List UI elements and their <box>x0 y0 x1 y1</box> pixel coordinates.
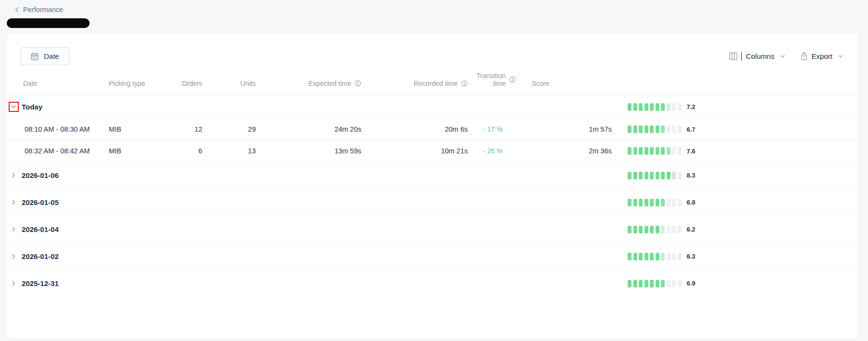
score-value: 6.2 <box>687 226 696 233</box>
chevron-down-icon <box>838 54 843 59</box>
score-bar-segment <box>633 253 637 260</box>
score-bar-segment <box>678 103 682 111</box>
orders-cell: 6 <box>162 147 202 155</box>
breadcrumb-label: Performance <box>23 6 63 14</box>
score-bar-segment <box>667 199 671 206</box>
score-bar-segment <box>644 103 648 111</box>
score-bar-segment <box>678 147 682 155</box>
score-bar-segment <box>661 103 665 111</box>
score-bar-segment <box>633 172 637 179</box>
date-filter-button[interactable]: Date <box>20 47 69 65</box>
score-bar-segment <box>639 280 643 287</box>
date-button-label: Date <box>44 52 59 60</box>
export-icon <box>800 52 808 61</box>
column-header-label: Orders <box>182 80 202 87</box>
recorded-time-cell: 20m 6s <box>361 125 468 133</box>
info-icon[interactable] <box>355 80 361 87</box>
score-bar-segment <box>661 253 665 260</box>
score-bar-segment <box>672 125 676 133</box>
info-icon[interactable] <box>461 80 468 87</box>
score-bar-segment <box>644 253 648 260</box>
score-bar-segment <box>678 253 682 260</box>
score-bar-segment <box>633 226 637 233</box>
score-bar-segment <box>667 125 671 133</box>
score-bar-segment <box>656 199 659 206</box>
column-header-picking-type: Picking type <box>109 80 162 95</box>
score-bar-segment <box>644 125 648 133</box>
export-button[interactable]: Export <box>800 52 843 61</box>
chevron-right-icon[interactable] <box>9 278 19 288</box>
column-header-label: Recorded time <box>414 80 458 87</box>
group-date-cell: Today <box>7 102 109 112</box>
table-body: Today7.208:10 AM - 08:30 AMMIB122924m 20… <box>7 95 858 297</box>
score-bar-segment <box>661 147 665 155</box>
score-cell: 7.2 <box>612 103 858 111</box>
score-bar-segment <box>661 199 665 206</box>
columns-icon <box>729 52 738 61</box>
score-bar-segment <box>672 253 676 260</box>
chevron-right-icon[interactable] <box>9 224 19 234</box>
breadcrumb[interactable]: Performance <box>14 6 63 14</box>
score-bar-segment <box>650 253 654 260</box>
group-date-label: 2026-01-02 <box>22 252 59 260</box>
score-bar-segment <box>667 253 671 260</box>
group-date-label: 2026-01-05 <box>22 198 59 206</box>
column-header-expected-time: Expected time <box>256 80 361 95</box>
score-bar-segment <box>639 172 643 179</box>
score-bar-segment <box>672 172 676 179</box>
column-header-label: Picking type <box>109 80 145 87</box>
chevron-right-icon[interactable] <box>9 251 19 261</box>
table-row: 08:10 AM - 08:30 AMMIB122924m 20s20m 6s-… <box>7 118 858 140</box>
score-bar-segment <box>639 147 643 155</box>
column-header-label: Units <box>240 80 256 87</box>
redacted-title <box>7 18 90 28</box>
score-bar-segment <box>667 226 671 233</box>
column-header-label: Expected time <box>308 80 351 87</box>
score-bar-segment <box>639 253 643 260</box>
group-row-2026-01-05[interactable]: 2026-01-056.8 <box>7 189 858 216</box>
group-row-2026-01-02[interactable]: 2026-01-026.3 <box>7 243 858 270</box>
chevron-right-icon[interactable] <box>9 197 19 207</box>
picking-type-cell: MIB <box>109 125 162 133</box>
score-bar-segment <box>678 199 682 206</box>
score-cell: 6.9 <box>612 280 858 287</box>
expected-time-cell: 13m 59s <box>256 147 361 155</box>
group-date-cell: 2026-01-04 <box>7 224 109 234</box>
chevron-down-icon <box>780 54 786 59</box>
transition-time-cell: 2m 36s <box>516 147 612 155</box>
score-cell: 6.2 <box>612 226 858 233</box>
chevron-down-icon[interactable] <box>9 102 19 112</box>
score-bar <box>628 103 682 111</box>
score-bar-segment <box>672 280 676 287</box>
text-cursor <box>741 52 742 61</box>
score-bar <box>628 147 682 155</box>
columns-button[interactable]: Columns <box>729 52 786 61</box>
score-bar-segment <box>644 199 648 206</box>
group-date-cell: 2025-12-31 <box>7 278 109 288</box>
orders-cell: 12 <box>162 125 202 133</box>
score-bar-segment <box>628 103 631 111</box>
chevron-right-icon[interactable] <box>9 170 19 180</box>
group-row-today[interactable]: Today7.2 <box>7 95 858 118</box>
score-bar-segment <box>628 253 631 260</box>
info-icon[interactable] <box>509 76 516 83</box>
group-date-cell: 2026-01-02 <box>7 251 109 261</box>
score-bar-segment <box>656 125 659 133</box>
score-bar-segment <box>656 226 659 233</box>
group-row-2026-01-04[interactable]: 2026-01-046.2 <box>7 216 858 243</box>
score-bar-segment <box>644 172 648 179</box>
score-bar-segment <box>639 103 643 111</box>
score-bar-segment <box>628 226 631 233</box>
score-bar-segment <box>661 125 665 133</box>
score-bar-segment <box>628 199 631 206</box>
group-date-cell: 2026-01-06 <box>7 170 109 180</box>
score-bar-segment <box>650 103 654 111</box>
time-delta-cell: - 17 % <box>468 125 516 133</box>
group-row-2025-12-31[interactable]: 2025-12-316.9 <box>7 270 858 297</box>
score-cell: 7.6 <box>612 147 858 155</box>
group-row-2026-01-06[interactable]: 2026-01-068.3 <box>7 162 858 189</box>
score-bar-segment <box>656 172 659 179</box>
content-card: Date Columns <box>7 34 858 339</box>
score-bar-segment <box>633 125 637 133</box>
column-header-label: Date <box>23 80 38 87</box>
